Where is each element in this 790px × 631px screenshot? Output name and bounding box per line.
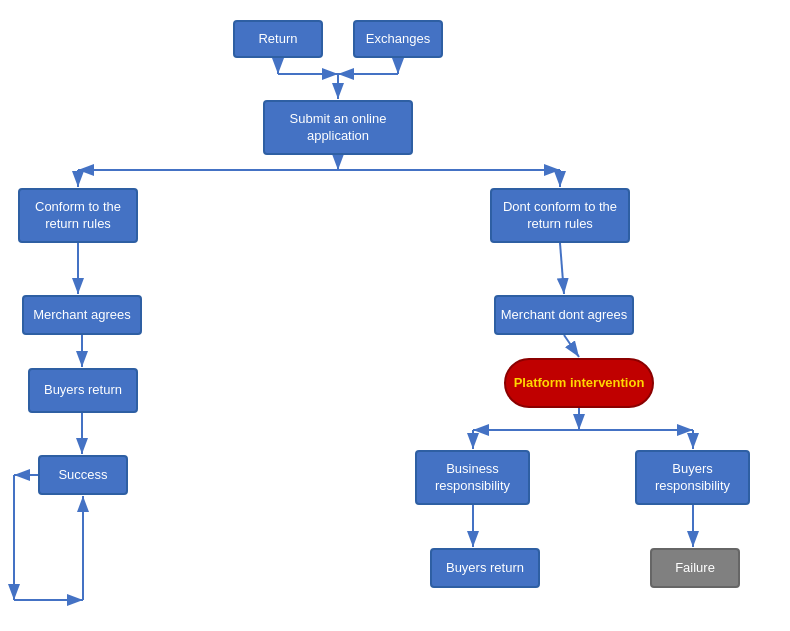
submit-node: Submit an online application bbox=[263, 100, 413, 155]
svg-line-19 bbox=[564, 335, 579, 357]
dont-conform-node: Dont conform to the return rules bbox=[490, 188, 630, 243]
platform-intervention-node: Platform intervention bbox=[504, 358, 654, 408]
buyers-return-left-node: Buyers return bbox=[28, 368, 138, 413]
svg-line-18 bbox=[560, 243, 564, 294]
buyers-return-mid-node: Buyers return bbox=[430, 548, 540, 588]
merchant-dont-node: Merchant dont agrees bbox=[494, 295, 634, 335]
failure-node: Failure bbox=[650, 548, 740, 588]
flowchart-diagram: Return Exchanges Submit an online applic… bbox=[0, 0, 790, 631]
buyers-responsibility-node: Buyers responsibility bbox=[635, 450, 750, 505]
conform-node: Conform to the return rules bbox=[18, 188, 138, 243]
success-node: Success bbox=[38, 455, 128, 495]
return-node: Return bbox=[233, 20, 323, 58]
exchanges-node: Exchanges bbox=[353, 20, 443, 58]
business-responsibility-node: Business responsibility bbox=[415, 450, 530, 505]
merchant-agrees-node: Merchant agrees bbox=[22, 295, 142, 335]
